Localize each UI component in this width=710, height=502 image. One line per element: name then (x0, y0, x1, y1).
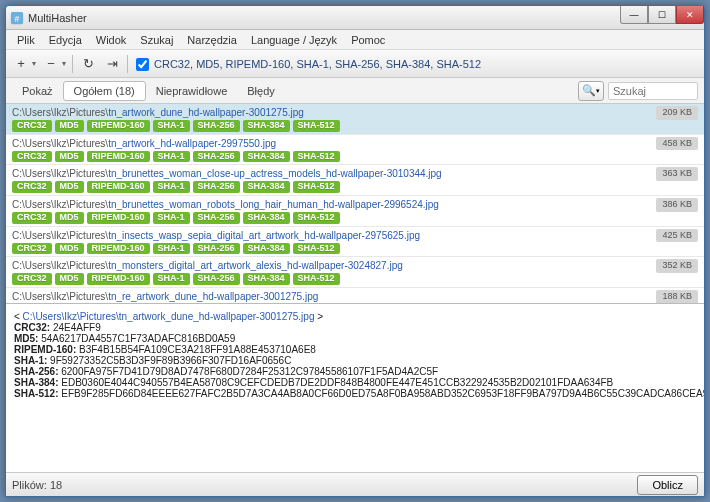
table-row[interactable]: C:\Users\Ikz\Pictures\tn_brunettes_woman… (6, 165, 704, 196)
add-dropdown[interactable]: ▾ (32, 59, 36, 68)
hash-badge: MD5 (55, 243, 84, 255)
files-count-label: Plików: 18 (12, 479, 62, 491)
hash-badge: SHA-384 (243, 243, 290, 255)
hash-line: SHA-384: EDB0360E4044C940557B4EA58708C9C… (14, 377, 696, 388)
tab-errors[interactable]: Błędy (237, 82, 285, 100)
hash-badge: CRC32 (12, 243, 52, 255)
table-row[interactable]: C:\Users\Ikz\Pictures\tn_re_artwork_dune… (6, 288, 704, 304)
hash-badge: SHA-256 (193, 212, 240, 224)
hash-badge: SHA-384 (243, 120, 290, 132)
separator (127, 55, 128, 73)
table-row[interactable]: C:\Users\Ikz\Pictures\tn_brunettes_woman… (6, 196, 704, 227)
hash-badge: SHA-384 (243, 151, 290, 163)
table-row[interactable]: C:\Users\Ikz\Pictures\tn_artwork_hd-wall… (6, 135, 704, 166)
menu-language[interactable]: Language / Język (244, 32, 344, 48)
hash-badge: RIPEMD-160 (87, 120, 150, 132)
toolbar: +▾ −▾ ↻ ⇥ CRC32, MD5, RIPEMD-160, SHA-1,… (6, 50, 704, 78)
tab-all[interactable]: Ogółem (18) (63, 81, 146, 101)
path-prefix: C:\Users\Ikz\Pictures\ (12, 168, 108, 179)
close-button[interactable]: ✕ (676, 6, 704, 24)
refresh-button[interactable]: ↻ (77, 53, 99, 75)
file-size: 352 KB (656, 259, 698, 273)
hash-badge: MD5 (55, 212, 84, 224)
file-size: 363 KB (656, 167, 698, 181)
hash-badge: SHA-1 (153, 273, 190, 285)
hash-line: CRC32: 24E4AFF9 (14, 322, 696, 333)
hash-badge: SHA-1 (153, 120, 190, 132)
hash-badge: RIPEMD-160 (87, 243, 150, 255)
filter-bar: Pokaż Ogółem (18) Nieprawidłowe Błędy 🔍▾ (6, 78, 704, 104)
hash-badge: SHA-512 (293, 120, 340, 132)
hash-badge: SHA-384 (243, 181, 290, 193)
path-prefix: C:\Users\Ikz\Pictures\ (12, 199, 108, 210)
path-prefix: C:\Users\Ikz\Pictures\ (12, 260, 108, 271)
hash-badge: RIPEMD-160 (87, 181, 150, 193)
hash-badge: RIPEMD-160 (87, 151, 150, 163)
file-name: tn_artwork_hd-wallpaper-2997550.jpg (108, 138, 276, 149)
hash-line: RIPEMD-160: B3F4B15B54FA109CE3A218FF91A8… (14, 344, 696, 355)
path-prefix: C:\Users\Ikz\Pictures\ (12, 138, 108, 149)
hash-line: SHA-512: EFB9F285FD66D84EEEE627FAFC2B5D7… (14, 388, 696, 399)
file-name: tn_re_artwork_dune_hd-wallpaper-3001275.… (108, 291, 318, 302)
path-prefix: C:\Users\Ikz\Pictures\ (12, 107, 108, 118)
file-name: tn_monsters_digital_art_artwork_alexis_h… (108, 260, 403, 271)
file-name: tn_brunettes_woman_close-up_actress_mode… (108, 168, 442, 179)
table-row[interactable]: C:\Users\Ikz\Pictures\tn_insects_wasp_se… (6, 227, 704, 258)
menu-tools[interactable]: Narzędzia (180, 32, 244, 48)
hash-badge: CRC32 (12, 181, 52, 193)
hash-badge: SHA-256 (193, 151, 240, 163)
hash-badge: RIPEMD-160 (87, 212, 150, 224)
file-size: 188 KB (656, 290, 698, 304)
file-name: tn_artwork_dune_hd-wallpaper-3001275.jpg (108, 107, 304, 118)
minimize-button[interactable]: — (620, 6, 648, 24)
search-button[interactable]: 🔍▾ (578, 81, 604, 101)
hash-badge: SHA-256 (193, 243, 240, 255)
tab-invalid[interactable]: Nieprawidłowe (146, 82, 238, 100)
hash-badge: RIPEMD-160 (87, 273, 150, 285)
table-row[interactable]: C:\Users\Ikz\Pictures\tn_monsters_digita… (6, 257, 704, 288)
hash-line: SHA-256: 6200FA975F7D41D79D8AD7478F680D7… (14, 366, 696, 377)
menubar: Plik Edycja Widok Szukaj Narzędzia Langu… (6, 30, 704, 50)
hash-badge: CRC32 (12, 120, 52, 132)
hash-badge: SHA-512 (293, 151, 340, 163)
export-button[interactable]: ⇥ (101, 53, 123, 75)
add-button[interactable]: + (10, 53, 32, 75)
hash-badge: MD5 (55, 151, 84, 163)
hash-badge: MD5 (55, 120, 84, 132)
hash-badge: SHA-256 (193, 120, 240, 132)
menu-help[interactable]: Pomoc (344, 32, 392, 48)
file-name: tn_brunettes_woman_robots_long_hair_huma… (108, 199, 439, 210)
table-row[interactable]: C:\Users\Ikz\Pictures\tn_artwork_dune_hd… (6, 104, 704, 135)
file-size: 458 KB (656, 137, 698, 151)
app-icon: # (10, 11, 24, 25)
menu-edit[interactable]: Edycja (42, 32, 89, 48)
hash-badge: SHA-384 (243, 212, 290, 224)
hash-badge: SHA-512 (293, 243, 340, 255)
search-input[interactable] (608, 82, 698, 100)
hash-badge: SHA-256 (193, 181, 240, 193)
statusbar: Plików: 18 Oblicz (6, 472, 704, 496)
hash-badge: SHA-1 (153, 243, 190, 255)
algorithms-checkbox[interactable]: CRC32, MD5, RIPEMD-160, SHA-1, SHA-256, … (136, 57, 481, 70)
remove-dropdown[interactable]: ▾ (62, 59, 66, 68)
svg-text:#: # (15, 13, 20, 23)
titlebar[interactable]: # MultiHasher — ☐ ✕ (6, 6, 704, 30)
hash-badge: SHA-512 (293, 181, 340, 193)
hash-line: SHA-1: 9F59273352C5B3D3F9F89B3966F307FD1… (14, 355, 696, 366)
menu-search[interactable]: Szukaj (133, 32, 180, 48)
file-list[interactable]: C:\Users\Ikz\Pictures\tn_artwork_dune_hd… (6, 104, 704, 304)
hash-line: MD5: 54A6217DA4557C1F73ADAFC816BD0A59 (14, 333, 696, 344)
menu-file[interactable]: Plik (10, 32, 42, 48)
path-prefix: C:\Users\Ikz\Pictures\ (12, 230, 108, 241)
hash-badge: SHA-384 (243, 273, 290, 285)
details-pane: < C:\Users\Ikz\Pictures\tn_artwork_dune_… (6, 304, 704, 472)
menu-view[interactable]: Widok (89, 32, 134, 48)
hash-badge: CRC32 (12, 212, 52, 224)
remove-button[interactable]: − (40, 53, 62, 75)
window-title: MultiHasher (28, 12, 87, 24)
maximize-button[interactable]: ☐ (648, 6, 676, 24)
file-size: 425 KB (656, 229, 698, 243)
hash-badge: MD5 (55, 273, 84, 285)
compute-button[interactable]: Oblicz (637, 475, 698, 495)
file-name: tn_insects_wasp_sepia_digital_art_artwor… (108, 230, 420, 241)
